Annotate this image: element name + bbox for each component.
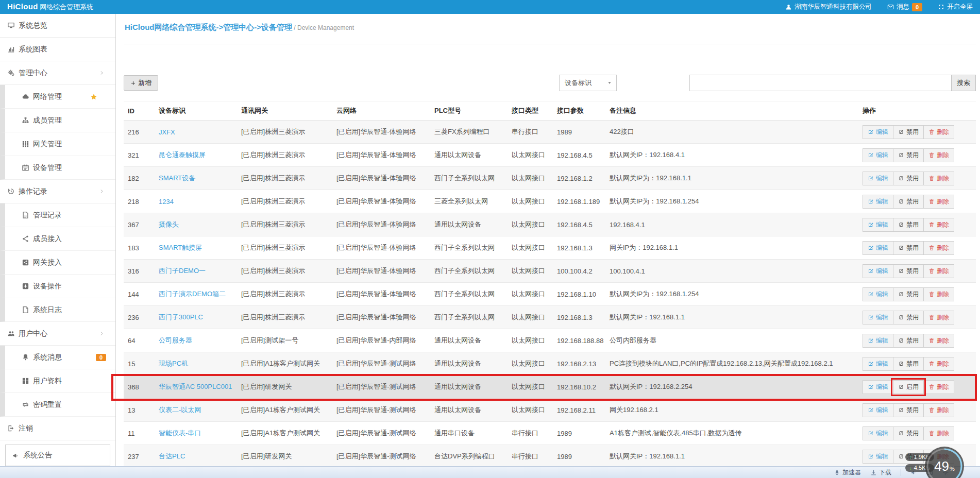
device-name-link[interactable]: 现场PC机 <box>159 360 188 367</box>
edit-button[interactable]: 编辑 <box>863 311 893 325</box>
delete-button[interactable]: 删除 <box>923 426 954 440</box>
delete-button[interactable]: 删除 <box>923 403 954 417</box>
edit-button[interactable]: 编辑 <box>863 264 893 278</box>
sidebar-item-device-management[interactable]: 设备管理 <box>0 156 115 180</box>
device-name-link[interactable]: 仪表二-以太网 <box>159 406 201 414</box>
edit-button[interactable]: 编辑 <box>863 195 893 209</box>
sidebar-item-system-announcement[interactable]: 系统公告 <box>5 445 110 466</box>
edit-button[interactable]: 编辑 <box>863 287 893 301</box>
edit-button[interactable]: 编辑 <box>863 172 893 185</box>
company-menu[interactable]: 湖南华辰智通科技有限公司 <box>785 3 872 11</box>
delete-button[interactable]: 删除 <box>923 195 954 209</box>
edit-button[interactable]: 编辑 <box>863 403 893 417</box>
interface-type-cell: 以太网接口 <box>508 306 553 329</box>
sidebar-item-user-center[interactable]: 用户中心 <box>0 322 115 346</box>
filter-field-select[interactable]: 设备标识 <box>559 75 617 91</box>
disable-button[interactable]: 禁用 <box>893 311 924 325</box>
disable-button[interactable]: 禁用 <box>893 195 924 209</box>
search-button[interactable]: 搜索 <box>951 75 976 91</box>
delete-button[interactable]: 删除 <box>923 148 954 162</box>
device-name-link[interactable]: 台达PLC <box>159 452 185 460</box>
sidebar-item-member-access[interactable]: 成员接入 <box>0 227 115 251</box>
disable-button[interactable]: 禁用 <box>893 287 924 301</box>
delete-button[interactable]: 删除 <box>923 218 954 232</box>
device-id-cell: 183 <box>124 236 155 260</box>
delete-button[interactable]: 删除 <box>923 287 954 301</box>
disable-button[interactable]: 禁用 <box>893 148 924 162</box>
add-device-button[interactable]: 新增 <box>124 75 158 91</box>
row-action-group: 编辑启用删除 <box>863 380 972 394</box>
edit-button[interactable]: 编辑 <box>863 426 893 440</box>
actions-cell: 编辑禁用删除 <box>858 422 976 445</box>
disable-button[interactable]: 禁用 <box>893 334 924 348</box>
sidebar-item-management-center[interactable]: 管理中心 <box>0 61 115 85</box>
sidebar-item-system-messages[interactable]: 系统消息0 <box>0 346 115 369</box>
device-name-link[interactable]: SMART设备 <box>159 174 195 182</box>
delete-button[interactable]: 删除 <box>923 264 954 278</box>
sidebar-item-system-logs[interactable]: 系统日志 <box>0 298 115 322</box>
edit-button[interactable]: 编辑 <box>863 125 893 139</box>
sidebar-item-device-operations[interactable]: 设备操作 <box>0 275 115 298</box>
delete-button[interactable]: 删除 <box>923 334 954 348</box>
sidebar-item-password-reset[interactable]: 密码重置 <box>0 393 115 417</box>
device-name-link[interactable]: 1234 <box>159 198 174 206</box>
device-id-cell: 216 <box>124 121 155 144</box>
delete-button[interactable]: 删除 <box>923 125 954 139</box>
sidebar-item-member-management[interactable]: 成员管理 <box>0 109 115 132</box>
disable-button[interactable]: 禁用 <box>893 172 924 185</box>
sidebar-item-system-overview[interactable]: 系统总览 <box>0 14 115 38</box>
device-name-link[interactable]: 西门子300PLC <box>159 313 203 321</box>
device-table-header: ID设备标识通讯网关云网络PLC型号接口类型接口参数备注信息操作 <box>124 101 976 121</box>
table-row: 64公司服务器[已启用]测试架一号[已启用]华辰智通-内部网络通用以太网设备以太… <box>124 329 976 352</box>
sidebar-item-gateway-management[interactable]: 网关管理 <box>0 132 115 156</box>
edit-button[interactable]: 编辑 <box>863 241 893 255</box>
edit-button[interactable]: 编辑 <box>863 148 893 162</box>
edit-button[interactable]: 编辑 <box>863 334 893 348</box>
sidebar-item-operation-records[interactable]: 操作记录 <box>0 180 115 203</box>
delete-button[interactable]: 删除 <box>923 380 954 394</box>
disable-button[interactable]: 禁用 <box>893 218 924 232</box>
row-action-group: 编辑禁用删除 <box>863 172 972 185</box>
statusbar-download[interactable]: 下载 <box>870 468 891 477</box>
edit-icon <box>868 175 874 181</box>
device-name-link[interactable]: 华辰智通AC 500PLC001 <box>159 383 232 390</box>
network-speed-circle[interactable]: 49 % <box>925 447 964 478</box>
device-name-link[interactable]: 摄像头 <box>159 220 179 228</box>
device-name-link[interactable]: 智能仪表-串口 <box>159 429 201 437</box>
fullscreen-toggle[interactable]: 开启全屏 <box>938 3 973 11</box>
sidebar-item-network-management[interactable]: 网络管理 <box>0 85 115 109</box>
plc-model-cell: 西门子全系列以太网 <box>430 260 508 283</box>
app-brand[interactable]: HiCloud 网络综合管理系统 <box>7 2 93 12</box>
device-name-link[interactable]: 西门子演示DEMO箱二 <box>159 290 226 298</box>
device-name-link[interactable]: 昆仑通泰触摸屏 <box>159 151 206 159</box>
device-name-link[interactable]: 公司服务器 <box>159 336 192 344</box>
messages-menu[interactable]: 消息 0 <box>887 3 922 11</box>
sidebar: 系统总览系统图表管理中心网络管理成员管理网关管理设备管理操作记录管理记录成员接入… <box>0 14 116 478</box>
edit-button[interactable]: 编辑 <box>863 450 893 464</box>
edit-button[interactable]: 编辑 <box>863 357 893 371</box>
device-name-link[interactable]: SMART触摸屏 <box>159 244 202 251</box>
delete-button[interactable]: 删除 <box>923 357 954 371</box>
statusbar-accelerator[interactable]: 加速器 <box>834 468 861 477</box>
device-name-link[interactable]: 西门子DEMO一 <box>159 267 206 275</box>
edit-button[interactable]: 编辑 <box>863 218 893 232</box>
enable-button[interactable]: 启用 <box>893 380 924 394</box>
delete-button[interactable]: 删除 <box>923 241 954 255</box>
sidebar-item-gateway-access[interactable]: 网关接入 <box>0 251 115 275</box>
search-input[interactable] <box>689 75 951 91</box>
delete-button[interactable]: 删除 <box>923 172 954 185</box>
disable-button[interactable]: 禁用 <box>893 241 924 255</box>
edit-button[interactable]: 编辑 <box>863 380 893 394</box>
sidebar-item-management-records[interactable]: 管理记录 <box>0 203 115 227</box>
sidebar-item-user-profile[interactable]: 用户资料 <box>0 369 115 393</box>
disable-button[interactable]: 禁用 <box>893 264 924 278</box>
delete-button[interactable]: 删除 <box>923 311 954 325</box>
disable-button[interactable]: 禁用 <box>893 357 924 371</box>
sidebar-item-system-charts[interactable]: 系统图表 <box>0 38 115 61</box>
sidebar-item-logout[interactable]: 注销 <box>0 417 115 440</box>
statusbar-separator <box>901 469 901 476</box>
disable-button[interactable]: 禁用 <box>893 426 924 440</box>
disable-button[interactable]: 禁用 <box>893 125 924 139</box>
device-name-link[interactable]: JXFX <box>159 128 175 136</box>
disable-button[interactable]: 禁用 <box>893 403 924 417</box>
